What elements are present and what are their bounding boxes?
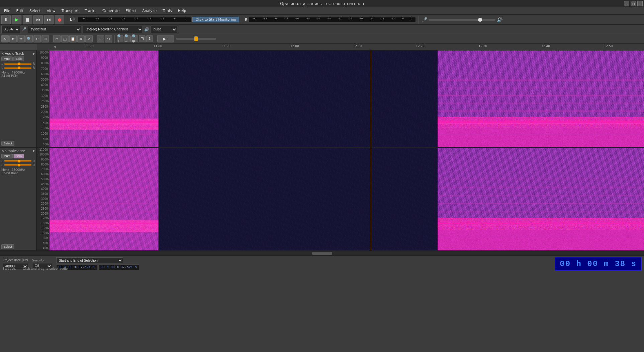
zoom-in-btn[interactable]: 🔍+ (117, 35, 123, 42)
track1-select-btn[interactable]: Select (1, 141, 14, 146)
track1-controls: ✕ Audio Track ▼ Mute Solo L R L R Mono, … (0, 50, 37, 147)
zoom-sel-btn[interactable]: ⊡ (139, 35, 146, 42)
minimize-button[interactable]: — (624, 1, 629, 6)
ruler-scale[interactable]: 11.70 11.80 11.90 12.00 12.10 12.20 12.3… (74, 44, 644, 50)
track1-mute-btn[interactable]: Mute (1, 56, 13, 61)
redo-btn[interactable]: ↪ (105, 35, 112, 42)
track2-spectrogram[interactable]: 11000- 10000- 9000- 8000- 7000- 6000- 50… (37, 148, 644, 250)
selection-tool[interactable]: ↖ (1, 35, 9, 42)
api-select[interactable]: ALSA (1, 26, 20, 33)
play-at-speed-btn[interactable]: ▶─ (157, 35, 174, 42)
status-text-row: Stopped. Click and drag to select audio (3, 267, 68, 270)
track2-mute-btn[interactable]: Mute (1, 154, 13, 158)
draw-tool[interactable]: ✏ (17, 35, 25, 42)
timeline-ruler[interactable]: ▼ 11.70 11.80 11.90 12.00 12.10 12.20 12… (0, 44, 644, 50)
window-title: Оригинал_и_запись_тестового_сигнала (280, 1, 364, 6)
channels-select[interactable]: (stereo) Recording Channels (83, 26, 143, 33)
h-scrollbar[interactable] (0, 251, 644, 255)
stopped-status: Stopped. (3, 267, 16, 270)
maximize-button[interactable]: □ (631, 1, 636, 6)
zoom-tool[interactable]: 🔍 (25, 35, 33, 42)
track1-close-btn[interactable]: ✕ (1, 52, 4, 55)
track1-solo-btn[interactable]: Solo (13, 56, 24, 61)
menu-transport[interactable]: Transport (59, 8, 82, 14)
selection-info-section: Start and End of Selection 00 h 00 m 37.… (56, 257, 139, 270)
playback-speed-slider[interactable] (176, 38, 216, 40)
right-meter-label: R (245, 18, 248, 21)
h-scrollbar-thumb[interactable] (312, 252, 332, 255)
menu-help[interactable]: Help (175, 8, 189, 14)
zoom-toggle-btn[interactable]: ↕ (146, 35, 153, 42)
menu-tools[interactable]: Tools (160, 8, 174, 14)
ruler-mark-1180: 11.80 (154, 44, 162, 48)
track2-gain-slider[interactable] (4, 160, 31, 161)
track2-pan-r: R (33, 163, 35, 167)
undo-btn[interactable]: ↩ (97, 35, 104, 42)
track2-controls: ✕ simplescree ▼ Mute Solo L R L R Mono, … (0, 148, 37, 250)
menu-select[interactable]: Select (27, 8, 43, 14)
volume-slider[interactable] (429, 19, 495, 21)
status-bar: Project Rate (Hz) 48000 Snap-To Off Star… (0, 255, 644, 272)
time-display-section: 00 h 00 m 38 s (555, 257, 641, 270)
zoom-fit-btn[interactable]: 🔍⊕ (131, 35, 138, 42)
track1-spectrogram[interactable]: 10000- 9000- 8000- 7000- 6000- 5000- 400… (37, 50, 644, 147)
menu-edit[interactable]: Edit (13, 8, 26, 14)
envelope-tool[interactable]: ⇔ (9, 35, 17, 42)
paste-btn[interactable]: 📋 (69, 35, 77, 42)
silence-btn[interactable]: ⊘ (85, 35, 93, 42)
device-bar: ALSA 🎤 sysdefault (stereo) Recording Cha… (0, 25, 644, 34)
speaker-small-icon: 🔊 (144, 27, 149, 32)
track1-gain-r: R (33, 62, 35, 66)
trim-btn[interactable]: ⊠ (77, 35, 85, 42)
copy-btn[interactable]: ⬚ (61, 35, 69, 42)
track2-close-btn[interactable]: ✕ (1, 149, 4, 153)
track1-pan-slider[interactable] (4, 68, 31, 69)
play-button[interactable]: ▶ (12, 15, 21, 24)
toolbars: ↖ ⇔ ✏ 🔍 ↔ ⊞ ✂ ⬚ 📋 ⊠ ⊘ ↩ ↪ 🔍+ 🔍− 🔍⊕ ⊡ ↕ ▶… (0, 34, 644, 44)
multi-tool[interactable]: ⊞ (41, 35, 49, 42)
track2-select-btn[interactable]: Select (1, 244, 14, 249)
track1-canvas[interactable]: 10000- 9000- 8000- 7000- 6000- 5000- 400… (37, 50, 644, 147)
prev-button[interactable]: ⏮ (33, 15, 43, 24)
track2-arrow-btn[interactable]: ▼ (32, 149, 35, 152)
track2-solo-btn[interactable]: Solo (13, 154, 24, 158)
track2-playback-pos (371, 148, 371, 250)
track1-pan-l: L (1, 66, 3, 70)
pause-button[interactable]: ⏸ (1, 15, 11, 24)
ruler-mark-1210: 12.10 (353, 44, 362, 48)
next-button[interactable]: ⏭ (44, 15, 54, 24)
zoom-out-btn[interactable]: 🔍− (124, 35, 131, 42)
track2-canvas[interactable]: 11000- 10000- 9000- 8000- 7000- 6000- 50… (37, 148, 644, 250)
record-button[interactable]: ● (55, 15, 64, 24)
menu-generate[interactable]: Generate (100, 8, 122, 14)
ruler-left-pad: ▼ (37, 44, 74, 50)
close-button[interactable]: ✕ (637, 1, 643, 6)
speaker-icon: 🔊 (497, 17, 502, 22)
menu-effect[interactable]: Effect (123, 8, 139, 14)
track2-pan-slider[interactable] (4, 164, 31, 165)
selection-type-select[interactable]: Start and End of Selection (56, 257, 123, 263)
track2-gain-row: L R (1, 159, 35, 163)
output-device-select[interactable]: pulse (151, 26, 177, 33)
track-row-1: ✕ Audio Track ▼ Mute Solo L R L R Mono, … (0, 50, 644, 148)
track1-arrow-btn[interactable]: ▼ (32, 52, 35, 55)
menu-tracks[interactable]: Tracks (82, 8, 99, 14)
menu-file[interactable]: File (1, 8, 13, 14)
monitoring-button[interactable]: Click to Start Monitoring (192, 17, 239, 22)
selection-end[interactable]: 00 h 00 m 37.521 s (98, 264, 139, 270)
ruler-mark-1190: 11.90 (222, 44, 231, 48)
track2-info: Mono, 48000Hz32-bit float (1, 168, 35, 175)
left-meter-display: -90-84-78-72-24-18-12-60 (77, 17, 191, 22)
track2-spectrogram-canvas (37, 148, 644, 250)
track1-freq-labels: 10000- 9000- 8000- 7000- 6000- 5000- 400… (37, 50, 50, 147)
menu-view[interactable]: View (44, 8, 58, 14)
cut-btn[interactable]: ✂ (53, 35, 61, 42)
menu-analyze[interactable]: Analyze (140, 8, 159, 14)
track1-gain-slider[interactable] (4, 64, 31, 65)
track2-name: simplescree (5, 149, 32, 153)
track1-gain-row: L R (1, 62, 35, 66)
stop-button[interactable]: ■ (23, 15, 32, 24)
input-device-select[interactable]: sysdefault (28, 26, 81, 33)
track2-name-bar: ✕ simplescree ▼ (1, 149, 35, 153)
time-shift-tool[interactable]: ↔ (33, 35, 41, 42)
